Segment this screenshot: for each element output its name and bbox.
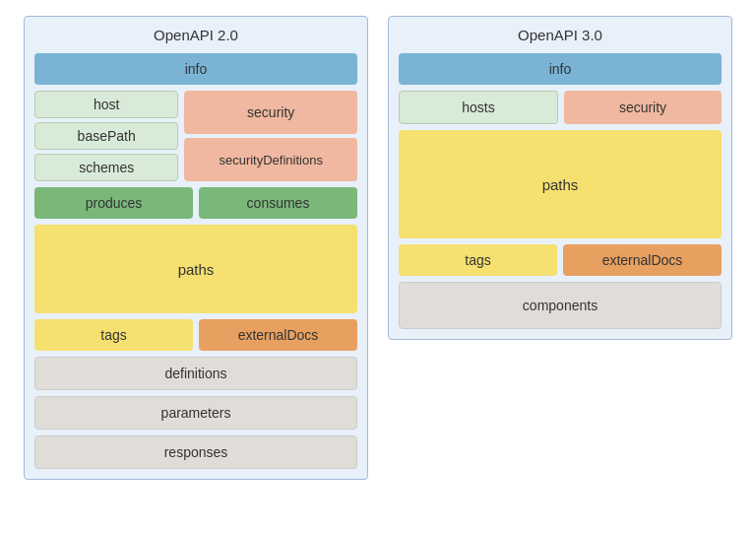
openapi30-components: components	[399, 282, 722, 329]
openapi20-definitions: definitions	[34, 357, 357, 390]
openapi30-security: security	[564, 91, 722, 124]
openapi20-responses: responses	[34, 435, 357, 469]
openapi30-tags: tags	[399, 244, 557, 276]
openapi30-info: info	[399, 53, 722, 85]
openapi20-tags: tags	[34, 319, 193, 351]
openapi20-security-definitions: securityDefinitions	[184, 138, 357, 181]
openapi20-box: OpenAPI 2.0 info host basePath schemes s…	[24, 16, 368, 480]
openapi20-row2: produces consumes	[34, 187, 357, 219]
openapi30-row1: hosts security	[399, 91, 722, 124]
openapi20-row1: host basePath schemes security securityD…	[34, 91, 357, 181]
openapi20-right-stack: security securityDefinitions	[184, 91, 357, 181]
openapi30-external-docs: externalDocs	[563, 244, 722, 276]
openapi20-host: host	[34, 91, 178, 118]
openapi20-consumes: consumes	[199, 187, 357, 219]
openapi20-paths: paths	[34, 225, 357, 313]
openapi30-hosts: hosts	[399, 91, 558, 124]
openapi30-title: OpenAPI 3.0	[399, 27, 722, 43]
openapi20-schemes: schemes	[34, 154, 178, 181]
openapi30-row2: tags externalDocs	[399, 244, 722, 276]
openapi30-paths: paths	[399, 130, 722, 238]
openapi20-row3: tags externalDocs	[34, 319, 357, 351]
openapi20-left-stack: host basePath schemes	[34, 91, 178, 181]
openapi20-parameters: parameters	[34, 396, 357, 430]
openapi20-info: info	[34, 53, 357, 85]
openapi20-external-docs: externalDocs	[199, 319, 357, 351]
openapi20-produces: produces	[34, 187, 193, 219]
diagram-container: OpenAPI 2.0 info host basePath schemes s…	[0, 0, 756, 533]
openapi20-security: security	[184, 91, 357, 134]
openapi20-basepath: basePath	[34, 122, 178, 150]
openapi20-title: OpenAPI 2.0	[34, 27, 357, 43]
openapi30-box: OpenAPI 3.0 info hosts security paths ta…	[388, 16, 732, 340]
